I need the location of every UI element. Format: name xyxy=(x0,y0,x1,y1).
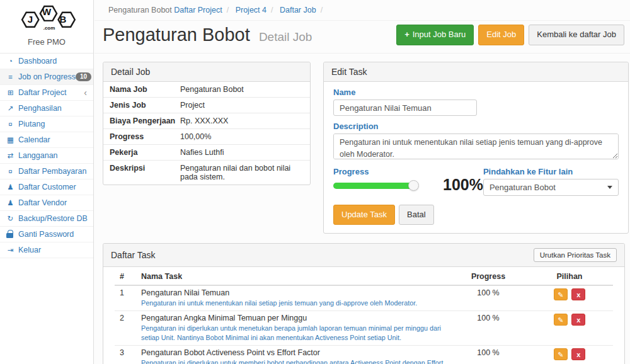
detail-value: Pengaturan nilai dan bobot nilai pada si… xyxy=(180,164,304,181)
sidebar-item-piutang[interactable]: ¤ Piutang xyxy=(0,117,93,132)
sidebar-item-backup-restore-db[interactable]: ↻ Backup/Restore DB xyxy=(0,211,93,227)
sidebar-item-dashboard[interactable]: ◔ Dashboard xyxy=(0,54,93,69)
edit-task-row-button[interactable]: ✎ xyxy=(554,288,568,300)
sidebar-item-label: Penghasilan xyxy=(18,104,62,113)
detail-label: Biaya Pengerjaan xyxy=(110,117,180,125)
move-feature-selected-value: Pengaturan Bobot xyxy=(490,183,556,192)
description-label: Description xyxy=(333,122,619,131)
logo-dotcom: .com xyxy=(43,25,55,31)
dashboard-icon: ◔ xyxy=(6,57,15,65)
logo-letter-w: W xyxy=(42,6,52,17)
users-icon: ♟ xyxy=(6,183,15,191)
edit-task-panel: Edit Task Name Description Pengaturan in… xyxy=(323,62,629,234)
breadcrumb-link[interactable]: Daftar Project xyxy=(174,6,222,14)
sidebar-item-label: Daftar Vendor xyxy=(18,198,67,207)
chart-icon: ↗ xyxy=(6,104,15,113)
kembali-ke-daftar-job-button[interactable]: Kembali ke daftar Job xyxy=(529,25,624,45)
col-progress: Progress xyxy=(450,268,526,285)
task-progress: 100 % xyxy=(450,285,526,311)
button-label: Edit Job xyxy=(486,29,516,40)
breadcrumb-current: Pengaturan Bobot xyxy=(108,6,172,14)
edit-task-row-button[interactable]: ✎ xyxy=(554,348,568,360)
sidebar-item-label: Job on Progress xyxy=(18,72,76,81)
task-number: 2 xyxy=(115,311,139,346)
sidebar-item-keluar[interactable]: ⇥ Keluar xyxy=(0,242,93,258)
sidebar-item-daftar-project[interactable]: ⊞ Daftar Project ‹ xyxy=(0,85,93,101)
batal-button[interactable]: Batal xyxy=(399,205,434,225)
task-table-header: # Nama Task Progress Pilihan xyxy=(115,268,613,285)
detail-row: Jenis Job Project xyxy=(103,98,310,113)
lock-icon xyxy=(6,230,15,239)
logo-letter-j: J xyxy=(28,14,33,25)
input-job-baru-button[interactable]: + Input Job Baru xyxy=(396,25,474,45)
sidebar-item-daftar-customer[interactable]: ♟ Daftar Customer xyxy=(0,179,93,195)
urutkan-prioritas-task-button-top[interactable]: Urutkan Prioritas Task xyxy=(534,248,617,262)
main-content: Pengaturan Bobot Daftar Project/ Project… xyxy=(94,0,630,364)
breadcrumb-link[interactable]: Daftar Job xyxy=(280,6,316,14)
repeat-icon: ⇄ xyxy=(6,151,15,160)
calendar-icon: ▦ xyxy=(6,135,15,144)
delete-task-row-button[interactable]: x xyxy=(571,288,585,300)
sidebar-item-label: Keluar xyxy=(18,246,41,254)
edit-task-row-button[interactable]: ✎ xyxy=(554,314,568,326)
progress-slider[interactable] xyxy=(333,183,416,189)
sidebar-item-label: Daftar Pembayaran xyxy=(18,167,86,176)
sidebar-item-penghasilan[interactable]: ↗ Penghasilan xyxy=(0,101,93,117)
users-icon: ♟ xyxy=(6,198,15,207)
task-number: 3 xyxy=(115,345,139,364)
task-number: 1 xyxy=(115,285,139,311)
pencil-icon: ✎ xyxy=(558,291,563,299)
sidebar-item-label: Daftar Project xyxy=(18,88,66,97)
move-feature-select[interactable]: Pengaturan Bobot xyxy=(483,179,619,196)
money-icon: ¤ xyxy=(6,120,15,128)
button-label: Input Job Baru xyxy=(413,29,466,40)
breadcrumb-link[interactable]: Project 4 xyxy=(236,6,266,14)
daftar-task-panel-title: Daftar Task xyxy=(111,250,156,260)
task-name: Pengaturan Angka Minimal Temuan per Ming… xyxy=(141,314,448,322)
detail-value: Nafies Luthfi xyxy=(180,148,224,157)
edit-task-panel-title: Edit Task xyxy=(324,62,628,82)
sidebar-item-job-on-progress[interactable]: ≡ Job on Progress 10 xyxy=(0,69,93,85)
breadcrumb: Pengaturan Bobot Daftar Project/ Project… xyxy=(94,0,630,21)
sidebar: J W B .com Free PMO ◔ Dashboard ≡ Job on… xyxy=(0,0,94,364)
detail-job-table: Nama Job Pengaturan Bobot Jenis Job Proj… xyxy=(103,82,310,185)
detail-row: Pekerja Nafies Luthfi xyxy=(103,145,310,161)
page-title-text: Pengaturan Bobot xyxy=(103,25,250,45)
sidebar-item-daftar-vendor[interactable]: ♟ Daftar Vendor xyxy=(0,195,93,211)
progress-label: Progress xyxy=(333,167,429,176)
chevron-left-icon: ‹ xyxy=(84,89,88,96)
detail-row: Deskripsi Pengaturan nilai dan bobot nil… xyxy=(103,161,310,185)
page-title: Pengaturan Bobot Detail Job xyxy=(103,25,312,45)
logo-letter-b: B xyxy=(60,14,67,25)
sidebar-item-label: Calendar xyxy=(18,135,50,144)
breadcrumb-separator: / xyxy=(321,6,323,14)
detail-row: Biaya Pengerjaan Rp. XXX.XXX xyxy=(103,113,310,129)
edit-job-button[interactable]: Edit Job xyxy=(478,25,524,45)
delete-task-row-button[interactable]: x xyxy=(571,314,585,326)
button-label: Kembali ke daftar Job xyxy=(537,29,616,40)
detail-label: Jenis Job xyxy=(110,101,180,110)
task-name-input[interactable] xyxy=(333,100,477,116)
pencil-icon: ✎ xyxy=(558,351,563,358)
delete-task-row-button[interactable]: x xyxy=(571,348,585,360)
detail-value: Pengaturan Bobot xyxy=(180,85,244,94)
task-description-textarea[interactable]: Pengaturan ini untuk menentukan nilai se… xyxy=(333,134,619,159)
sidebar-item-calendar[interactable]: ▦ Calendar xyxy=(0,132,93,148)
task-row: 1 Pengaturan Nilai Temuan Pengaturan ini… xyxy=(115,285,613,311)
task-progress: 100 % xyxy=(450,345,526,364)
update-task-button[interactable]: Update Task xyxy=(333,205,395,225)
task-description: Pengaturan ini untuk menentukan nilai se… xyxy=(141,299,448,307)
slider-handle[interactable] xyxy=(408,180,419,191)
task-name: Pengaturan Nilai Temuan xyxy=(141,288,448,297)
page-subtitle: Detail Job xyxy=(259,30,312,43)
caret-down-icon xyxy=(607,186,612,189)
header-buttons: + Input Job Baru Edit Job Kembali ke daf… xyxy=(396,25,624,45)
detail-label: Nama Job xyxy=(110,85,180,94)
task-progress: 100 % xyxy=(450,311,526,346)
sidebar-item-daftar-pembayaran[interactable]: ¤ Daftar Pembayaran xyxy=(0,164,93,179)
detail-value: Rp. XXX.XXX xyxy=(180,117,228,125)
progress-slider-fill xyxy=(333,183,416,189)
sidebar-item-label: Dashboard xyxy=(18,57,57,65)
sidebar-item-langganan[interactable]: ⇄ Langganan xyxy=(0,148,93,164)
sidebar-item-ganti-password[interactable]: Ganti Password xyxy=(0,227,93,242)
